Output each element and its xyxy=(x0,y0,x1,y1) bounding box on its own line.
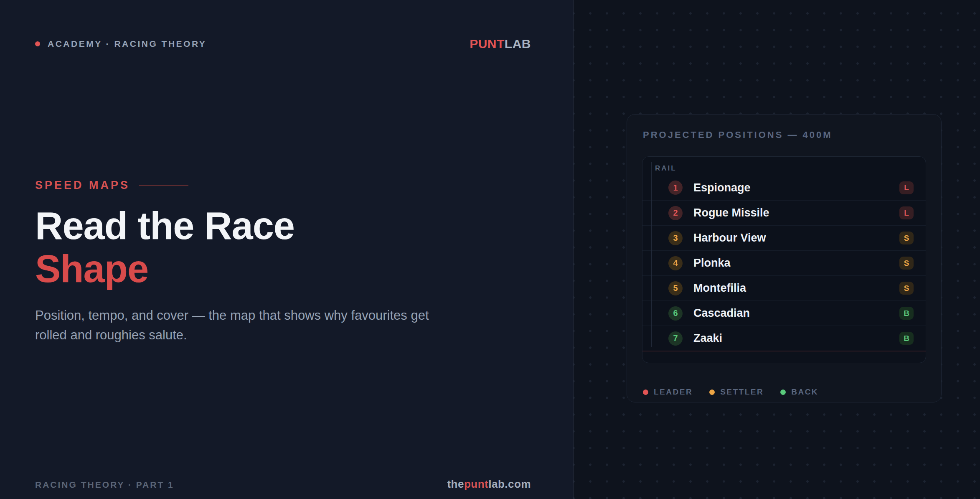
kicker-rule xyxy=(139,185,188,186)
runner-row: 7 Zaaki B xyxy=(642,326,926,351)
hero-block: SPEED MAPS Read the Race Shape Position,… xyxy=(35,179,444,345)
runner-role-badge: S xyxy=(899,232,914,244)
kicker-label: SPEED MAPS xyxy=(35,179,130,192)
runner-role-badge: L xyxy=(899,206,914,219)
site-url-accent: punt xyxy=(464,478,488,490)
runner-position-badge: 1 xyxy=(668,181,683,195)
page-subtitle: Position, tempo, and cover — the map tha… xyxy=(35,306,444,345)
eyebrow: ACADEMY · RACING THEORY xyxy=(35,39,206,49)
speed-map-card: RAIL 1 Espionage L 2 Rogue Missile L 3 H… xyxy=(642,156,926,363)
runner-position-badge: 6 xyxy=(668,306,683,321)
runner-list: 1 Espionage L 2 Rogue Missile L 3 Harbou… xyxy=(642,175,926,351)
legend-item: BACK xyxy=(780,387,818,397)
site-url-suffix: lab.com xyxy=(488,478,531,490)
site-url[interactable]: thepuntlab.com xyxy=(447,478,531,491)
runner-name: Rogue Missile xyxy=(693,206,769,219)
brand-logo-secondary: LAB xyxy=(505,37,531,51)
rail-label: RAIL xyxy=(642,157,926,173)
legend-label: BACK xyxy=(791,387,818,397)
eyebrow-label: ACADEMY · RACING THEORY xyxy=(48,39,206,49)
runner-role-badge: L xyxy=(899,181,914,194)
top-bar: ACADEMY · RACING THEORY PUNTLAB xyxy=(35,37,531,51)
panel-title: PROJECTED POSITIONS — 400M xyxy=(642,130,926,140)
bottom-bar: RACING THEORY · PART 1 thepuntlab.com xyxy=(35,478,531,491)
runner-name: Harbour View xyxy=(693,232,766,244)
legend-label: LEADER xyxy=(654,387,693,397)
runner-role-badge: B xyxy=(899,307,914,320)
page-title: Read the Race Shape xyxy=(35,204,444,290)
legend-item: SETTLER xyxy=(709,387,764,397)
runner-position-badge: 3 xyxy=(668,231,683,245)
page-title-line1: Read the Race xyxy=(35,204,295,247)
runner-role-badge: S xyxy=(899,257,914,270)
runner-row: 6 Cascadian B xyxy=(642,300,926,326)
runner-name: Montefilia xyxy=(693,282,746,295)
legend-label: SETTLER xyxy=(720,387,764,397)
runner-row: 2 Rogue Missile L xyxy=(642,200,926,225)
visual-pane: PROJECTED POSITIONS — 400M RAIL 1 Espion… xyxy=(573,0,980,499)
runner-role-badge: S xyxy=(899,282,914,295)
runner-name: Zaaki xyxy=(693,332,722,345)
legend-item: LEADER xyxy=(643,387,693,397)
runner-row: 3 Harbour View S xyxy=(642,225,926,250)
kicker-row: SPEED MAPS xyxy=(35,179,444,192)
runner-position-badge: 2 xyxy=(668,206,683,220)
legend-dot-icon xyxy=(780,390,786,395)
site-url-prefix: the xyxy=(447,478,464,490)
rail-line xyxy=(651,162,652,347)
runner-row: 4 Plonka S xyxy=(642,250,926,275)
runner-name: Plonka xyxy=(693,257,731,270)
legend-dot-icon xyxy=(709,390,715,395)
runner-row: 1 Espionage L xyxy=(642,175,926,200)
hero-pane: ACADEMY · RACING THEORY PUNTLAB SPEED MA… xyxy=(0,0,573,499)
projected-positions-panel: PROJECTED POSITIONS — 400M RAIL 1 Espion… xyxy=(627,114,942,402)
runner-role-badge: B xyxy=(899,332,914,345)
runner-row: 5 Montefilia S xyxy=(642,275,926,300)
page-title-line2: Shape xyxy=(35,247,148,290)
runner-position-badge: 4 xyxy=(668,256,683,270)
brand-logo-primary: PUNT xyxy=(470,37,505,51)
runner-position-badge: 5 xyxy=(668,281,683,295)
panel-divider xyxy=(642,376,926,376)
legend: LEADER SETTLER BACK xyxy=(642,387,926,397)
bullet-dot-icon xyxy=(35,41,40,46)
runner-name: Cascadian xyxy=(693,307,750,320)
runner-name: Espionage xyxy=(693,181,751,194)
finish-line xyxy=(642,351,926,351)
legend-dot-icon xyxy=(643,390,648,395)
series-part-label: RACING THEORY · PART 1 xyxy=(35,480,174,490)
brand-logo[interactable]: PUNTLAB xyxy=(470,37,531,51)
runner-position-badge: 7 xyxy=(668,331,683,346)
